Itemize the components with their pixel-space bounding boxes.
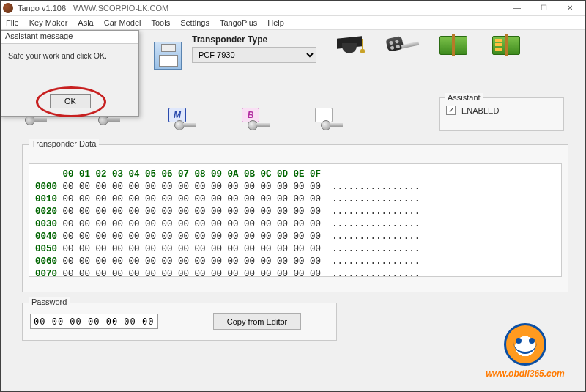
ok-button[interactable]: OK bbox=[50, 94, 91, 108]
grad-cap-icon[interactable] bbox=[334, 34, 365, 61]
password-input[interactable] bbox=[30, 314, 158, 329]
copy-from-editor-button[interactable]: Copy from Editor bbox=[213, 313, 301, 330]
menu-help[interactable]: Help bbox=[267, 18, 284, 27]
dialog-title: Assistant message bbox=[1, 31, 138, 44]
menu-key-maker[interactable]: Key Maker bbox=[29, 18, 68, 27]
toolbar-row: Transponder Type PCF 7930 bbox=[154, 34, 579, 75]
car-key-icon[interactable] bbox=[387, 34, 418, 61]
menu-tools[interactable]: Tools bbox=[151, 18, 170, 27]
assistant-panel: Assistant ✓ ENABLED bbox=[440, 97, 564, 131]
key-m-icon[interactable]: M bbox=[168, 108, 201, 134]
close-button[interactable]: ✕ bbox=[557, 1, 583, 15]
minimize-button[interactable]: — bbox=[504, 1, 530, 15]
book-alt-icon[interactable] bbox=[492, 34, 523, 61]
assistant-enabled-checkbox[interactable]: ✓ ENABLED bbox=[446, 106, 557, 115]
key-blank-icon[interactable] bbox=[315, 108, 347, 134]
password-group: Password Copy from Editor bbox=[22, 303, 337, 341]
transponder-type-select[interactable]: PCF 7930 bbox=[192, 47, 316, 63]
hex-editor[interactable]: 00 01 02 03 04 05 06 07 08 09 0A 0B 0C 0… bbox=[29, 163, 562, 277]
transponder-type-label: Transponder Type bbox=[192, 34, 316, 45]
menu-settings[interactable]: Settings bbox=[180, 18, 209, 27]
menu-tangoplus[interactable]: TangoPlus bbox=[220, 18, 257, 27]
titlebar: Tango v1.106 WWW.SCORPIO-LK.COM — ☐ ✕ bbox=[0, 0, 586, 16]
window-title: Tango v1.106 bbox=[18, 4, 66, 12]
menu-file[interactable]: File bbox=[6, 18, 19, 27]
menubar: File Key Maker Asia Car Model Tools Sett… bbox=[0, 16, 586, 30]
menu-asia[interactable]: Asia bbox=[78, 18, 93, 27]
transponder-data-group: Transponder Data 00 01 02 03 04 05 06 07… bbox=[22, 144, 568, 292]
window-url: WWW.SCORPIO-LK.COM bbox=[73, 4, 504, 12]
top-icons bbox=[334, 34, 523, 61]
assistant-legend: Assistant bbox=[445, 93, 483, 102]
dialog-body: Safe your work and click OK. bbox=[1, 44, 138, 60]
menu-car-model[interactable]: Car Model bbox=[104, 18, 141, 27]
app-icon bbox=[3, 3, 13, 13]
save-icon[interactable] bbox=[154, 42, 182, 70]
key-b-icon[interactable]: B bbox=[242, 108, 274, 134]
checkbox-icon: ✓ bbox=[446, 106, 456, 115]
transponder-type-group: Transponder Type PCF 7930 bbox=[192, 34, 316, 63]
assistant-message-dialog: Assistant message Safe your work and cli… bbox=[0, 30, 139, 117]
book-icon[interactable] bbox=[440, 34, 470, 61]
maximize-button[interactable]: ☐ bbox=[530, 1, 557, 15]
assistant-enabled-label: ENABLED bbox=[461, 106, 499, 115]
password-legend: Password bbox=[29, 297, 70, 306]
transponder-data-legend: Transponder Data bbox=[29, 139, 99, 148]
